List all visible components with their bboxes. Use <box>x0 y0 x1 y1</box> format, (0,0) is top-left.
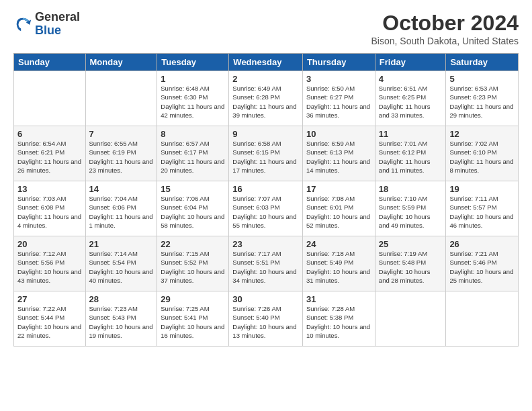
table-row: 21Sunrise: 7:14 AM Sunset: 5:54 PM Dayli… <box>85 236 157 291</box>
day-info: Sunrise: 7:01 AM Sunset: 6:12 PM Dayligh… <box>379 139 443 175</box>
calendar-table: Sunday Monday Tuesday Wednesday Thursday… <box>13 53 519 347</box>
day-info: Sunrise: 6:59 AM Sunset: 6:13 PM Dayligh… <box>306 139 371 175</box>
day-info: Sunrise: 7:23 AM Sunset: 5:43 PM Dayligh… <box>89 304 154 340</box>
day-number: 22 <box>161 239 225 249</box>
table-row: 15Sunrise: 7:06 AM Sunset: 6:04 PM Dayli… <box>157 181 229 236</box>
day-number: 9 <box>232 129 299 139</box>
logo: General Blue <box>13 11 80 38</box>
day-number: 7 <box>89 129 154 139</box>
day-number: 21 <box>89 239 154 249</box>
table-row: 1Sunrise: 6:48 AM Sunset: 6:30 PM Daylig… <box>157 71 229 126</box>
day-info: Sunrise: 7:04 AM Sunset: 6:06 PM Dayligh… <box>89 194 154 230</box>
table-row: 7Sunrise: 6:55 AM Sunset: 6:19 PM Daylig… <box>85 126 157 181</box>
table-row: 24Sunrise: 7:18 AM Sunset: 5:49 PM Dayli… <box>302 236 375 291</box>
page: General Blue October 2024 Bison, South D… <box>0 0 532 353</box>
col-tuesday: Tuesday <box>157 54 229 71</box>
day-info: Sunrise: 6:50 AM Sunset: 6:27 PM Dayligh… <box>306 84 371 120</box>
logo-icon <box>13 15 32 34</box>
col-thursday: Thursday <box>302 54 375 71</box>
day-number: 5 <box>449 74 515 84</box>
day-info: Sunrise: 7:08 AM Sunset: 6:01 PM Dayligh… <box>306 194 371 230</box>
day-number: 15 <box>161 184 225 194</box>
table-row <box>375 291 446 347</box>
day-number: 2 <box>232 74 299 84</box>
calendar-week-row: 27Sunrise: 7:22 AM Sunset: 5:44 PM Dayli… <box>14 291 519 347</box>
day-info: Sunrise: 7:25 AM Sunset: 5:41 PM Dayligh… <box>161 304 225 340</box>
table-row: 17Sunrise: 7:08 AM Sunset: 6:01 PM Dayli… <box>302 181 375 236</box>
day-number: 4 <box>379 74 443 84</box>
day-number: 12 <box>449 129 515 139</box>
day-info: Sunrise: 6:49 AM Sunset: 6:28 PM Dayligh… <box>232 84 299 120</box>
table-row: 12Sunrise: 7:02 AM Sunset: 6:10 PM Dayli… <box>446 126 519 181</box>
table-row: 11Sunrise: 7:01 AM Sunset: 6:12 PM Dayli… <box>375 126 446 181</box>
table-row <box>85 71 157 126</box>
table-row: 13Sunrise: 7:03 AM Sunset: 6:08 PM Dayli… <box>14 181 86 236</box>
day-number: 17 <box>306 184 371 194</box>
day-info: Sunrise: 7:15 AM Sunset: 5:52 PM Dayligh… <box>161 249 225 285</box>
day-info: Sunrise: 7:12 AM Sunset: 5:56 PM Dayligh… <box>17 249 82 285</box>
day-number: 3 <box>306 74 371 84</box>
day-number: 16 <box>232 184 299 194</box>
day-number: 29 <box>161 294 225 304</box>
table-row: 29Sunrise: 7:25 AM Sunset: 5:41 PM Dayli… <box>157 291 229 347</box>
calendar-week-row: 20Sunrise: 7:12 AM Sunset: 5:56 PM Dayli… <box>14 236 519 291</box>
day-number: 10 <box>306 129 371 139</box>
calendar-week-row: 1Sunrise: 6:48 AM Sunset: 6:30 PM Daylig… <box>14 71 519 126</box>
day-info: Sunrise: 7:22 AM Sunset: 5:44 PM Dayligh… <box>17 304 82 340</box>
col-saturday: Saturday <box>446 54 519 71</box>
col-sunday: Sunday <box>14 54 86 71</box>
day-info: Sunrise: 7:03 AM Sunset: 6:08 PM Dayligh… <box>17 194 82 230</box>
day-number: 13 <box>17 184 82 194</box>
day-info: Sunrise: 7:28 AM Sunset: 5:38 PM Dayligh… <box>306 304 371 340</box>
day-info: Sunrise: 7:10 AM Sunset: 5:59 PM Dayligh… <box>379 194 443 230</box>
day-info: Sunrise: 6:55 AM Sunset: 6:19 PM Dayligh… <box>89 139 154 175</box>
day-number: 24 <box>306 239 371 249</box>
table-row: 5Sunrise: 6:53 AM Sunset: 6:23 PM Daylig… <box>446 71 519 126</box>
table-row: 16Sunrise: 7:07 AM Sunset: 6:03 PM Dayli… <box>229 181 303 236</box>
table-row: 30Sunrise: 7:26 AM Sunset: 5:40 PM Dayli… <box>229 291 303 347</box>
table-row: 19Sunrise: 7:11 AM Sunset: 5:57 PM Dayli… <box>446 181 519 236</box>
day-info: Sunrise: 7:02 AM Sunset: 6:10 PM Dayligh… <box>449 139 515 175</box>
day-info: Sunrise: 6:54 AM Sunset: 6:21 PM Dayligh… <box>17 139 82 175</box>
day-info: Sunrise: 6:58 AM Sunset: 6:15 PM Dayligh… <box>232 139 299 175</box>
table-row: 31Sunrise: 7:28 AM Sunset: 5:38 PM Dayli… <box>302 291 375 347</box>
col-monday: Monday <box>85 54 157 71</box>
day-info: Sunrise: 6:57 AM Sunset: 6:17 PM Dayligh… <box>161 139 225 175</box>
day-info: Sunrise: 7:14 AM Sunset: 5:54 PM Dayligh… <box>89 249 154 285</box>
title-section: October 2024 Bison, South Dakota, United… <box>371 11 519 46</box>
day-number: 8 <box>161 129 225 139</box>
day-number: 18 <box>379 184 443 194</box>
day-info: Sunrise: 6:48 AM Sunset: 6:30 PM Dayligh… <box>161 84 225 120</box>
table-row: 2Sunrise: 6:49 AM Sunset: 6:28 PM Daylig… <box>229 71 303 126</box>
col-wednesday: Wednesday <box>229 54 303 71</box>
col-friday: Friday <box>375 54 446 71</box>
table-row: 20Sunrise: 7:12 AM Sunset: 5:56 PM Dayli… <box>14 236 86 291</box>
table-row: 28Sunrise: 7:23 AM Sunset: 5:43 PM Dayli… <box>85 291 157 347</box>
calendar-week-row: 13Sunrise: 7:03 AM Sunset: 6:08 PM Dayli… <box>14 181 519 236</box>
day-info: Sunrise: 7:18 AM Sunset: 5:49 PM Dayligh… <box>306 249 371 285</box>
day-info: Sunrise: 7:17 AM Sunset: 5:51 PM Dayligh… <box>232 249 299 285</box>
table-row: 14Sunrise: 7:04 AM Sunset: 6:06 PM Dayli… <box>85 181 157 236</box>
table-row: 3Sunrise: 6:50 AM Sunset: 6:27 PM Daylig… <box>302 71 375 126</box>
day-info: Sunrise: 7:21 AM Sunset: 5:46 PM Dayligh… <box>449 249 515 285</box>
day-number: 19 <box>449 184 515 194</box>
calendar-header-row: Sunday Monday Tuesday Wednesday Thursday… <box>14 54 519 71</box>
table-row: 6Sunrise: 6:54 AM Sunset: 6:21 PM Daylig… <box>14 126 86 181</box>
table-row <box>446 291 519 347</box>
day-number: 28 <box>89 294 154 304</box>
table-row: 22Sunrise: 7:15 AM Sunset: 5:52 PM Dayli… <box>157 236 229 291</box>
table-row: 10Sunrise: 6:59 AM Sunset: 6:13 PM Dayli… <box>302 126 375 181</box>
day-number: 20 <box>17 239 82 249</box>
day-number: 26 <box>449 239 515 249</box>
day-number: 23 <box>232 239 299 249</box>
table-row: 23Sunrise: 7:17 AM Sunset: 5:51 PM Dayli… <box>229 236 303 291</box>
day-number: 1 <box>161 74 225 84</box>
day-info: Sunrise: 6:51 AM Sunset: 6:25 PM Dayligh… <box>379 84 443 120</box>
table-row: 18Sunrise: 7:10 AM Sunset: 5:59 PM Dayli… <box>375 181 446 236</box>
table-row: 26Sunrise: 7:21 AM Sunset: 5:46 PM Dayli… <box>446 236 519 291</box>
day-number: 11 <box>379 129 443 139</box>
day-number: 25 <box>379 239 443 249</box>
table-row: 8Sunrise: 6:57 AM Sunset: 6:17 PM Daylig… <box>157 126 229 181</box>
header: General Blue October 2024 Bison, South D… <box>13 11 519 46</box>
logo-text: General Blue <box>35 11 80 38</box>
